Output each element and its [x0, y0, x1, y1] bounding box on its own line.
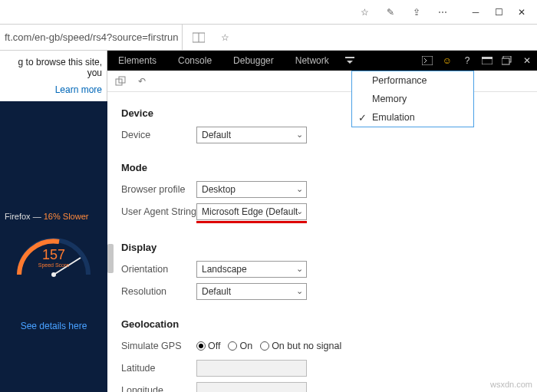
- label-orientation: Orientation: [121, 264, 196, 275]
- speed-promo-panel: Firefox — 16% Slower 157 Speed Score See…: [0, 101, 107, 392]
- svg-rect-8: [482, 57, 493, 59]
- tab-debugger[interactable]: Debugger: [222, 51, 285, 71]
- gauge-label: Speed Score: [12, 262, 96, 268]
- persist-icon[interactable]: [114, 74, 127, 88]
- input-latitude[interactable]: [196, 360, 307, 377]
- help-icon[interactable]: ?: [457, 55, 477, 66]
- select-user-agent[interactable]: Microsoft Edge (Default⌄: [196, 203, 307, 220]
- close-devtools-icon[interactable]: ✕: [517, 55, 537, 66]
- input-longitude[interactable]: [196, 382, 307, 392]
- label-simulate-gps: Simulate GPS: [121, 341, 196, 351]
- share-icon[interactable]: ⇪: [408, 4, 425, 21]
- consent-text: g to browse this site, you: [0, 51, 107, 81]
- devtools-tabstrip: Elements Console Debugger Network ☺ ? ✕: [107, 51, 537, 71]
- gauge-value: 157: [12, 247, 96, 263]
- chevron-down-icon: ⌄: [296, 184, 303, 194]
- address-bar[interactable]: ft.com/en-gb/speed/rs4?source=firstrun: [0, 25, 183, 51]
- radio-gps-on[interactable]: On: [228, 341, 252, 351]
- chevron-down-icon: ⌄: [296, 264, 303, 274]
- svg-point-3: [51, 272, 56, 277]
- tab-elements[interactable]: Elements: [107, 51, 167, 71]
- scrollbar-grip[interactable]: [107, 244, 114, 273]
- menu-item-performance[interactable]: Performance: [352, 71, 473, 90]
- svg-rect-10: [502, 58, 509, 64]
- radio-gps-on-no-signal[interactable]: On but no signal: [260, 341, 341, 351]
- browser-top-chrome: ☆ ✎ ⇪ ⋯ ─ ☐ ✕: [0, 0, 537, 25]
- notes-icon[interactable]: ✎: [382, 4, 399, 21]
- svg-marker-5: [347, 61, 353, 64]
- label-device: Device: [121, 130, 196, 140]
- overflow-menu: Performance Memory Emulation: [351, 71, 474, 127]
- speed-gauge: 157 Speed Score: [12, 229, 96, 282]
- svg-rect-6: [422, 56, 433, 65]
- favorite-star-icon[interactable]: ☆: [216, 29, 233, 46]
- undock-icon[interactable]: [497, 56, 517, 65]
- maximize-button[interactable]: ☐: [488, 4, 509, 21]
- competitor-line: Firefox — 16% Slower: [0, 209, 107, 224]
- learn-more-link[interactable]: Learn more: [0, 81, 107, 101]
- address-row: ft.com/en-gb/speed/rs4?source=firstrun ☆: [0, 25, 537, 51]
- label-resolution: Resolution: [121, 286, 196, 297]
- console-toggle-icon[interactable]: [417, 56, 437, 65]
- select-browser-profile[interactable]: Desktop⌄: [196, 181, 307, 198]
- watermark: wsxdn.com: [490, 380, 532, 389]
- url-text: ft.com/en-gb/speed/rs4?source=firstrun: [5, 31, 179, 43]
- minimize-button[interactable]: ─: [465, 4, 486, 21]
- close-window-button[interactable]: ✕: [511, 4, 532, 21]
- menu-item-emulation[interactable]: Emulation: [352, 108, 473, 127]
- more-icon[interactable]: ⋯: [434, 4, 451, 21]
- label-user-agent: User Agent String: [121, 206, 196, 217]
- label-longitude: Longitude: [121, 385, 196, 392]
- emulation-body: Device Device Default⌄ Mode Browser prof…: [107, 92, 537, 392]
- section-mode-heading: Mode: [121, 162, 523, 173]
- label-latitude: Latitude: [121, 363, 196, 374]
- feedback-icon[interactable]: ☺: [437, 55, 457, 66]
- label-browser-profile: Browser profile: [121, 184, 196, 195]
- tab-overflow-button[interactable]: [340, 51, 360, 71]
- reading-view-icon[interactable]: [190, 29, 207, 46]
- tab-console[interactable]: Console: [167, 51, 222, 71]
- chevron-down-icon: ⌄: [296, 130, 303, 140]
- page-content-pane: g to browse this site, you Learn more Fi…: [0, 51, 107, 392]
- select-resolution[interactable]: Default⌄: [196, 283, 307, 300]
- section-geolocation-heading: Geolocation: [121, 318, 523, 330]
- dock-icon[interactable]: [477, 57, 497, 64]
- section-display-heading: Display: [121, 242, 523, 253]
- favorites-icon[interactable]: ☆: [356, 4, 373, 21]
- select-device[interactable]: Default⌄: [196, 127, 307, 143]
- select-orientation[interactable]: Landscape⌄: [196, 261, 307, 278]
- chevron-down-icon: ⌄: [296, 286, 303, 296]
- menu-item-memory[interactable]: Memory: [352, 90, 473, 108]
- see-details-link[interactable]: See details here: [0, 290, 107, 331]
- chevron-down-icon: ⌄: [296, 206, 303, 216]
- tab-network[interactable]: Network: [285, 51, 340, 71]
- reset-icon[interactable]: ↶: [135, 74, 149, 88]
- devtools-pane: Elements Console Debugger Network ☺ ? ✕ …: [107, 51, 537, 392]
- radio-gps-off[interactable]: Off: [196, 341, 220, 351]
